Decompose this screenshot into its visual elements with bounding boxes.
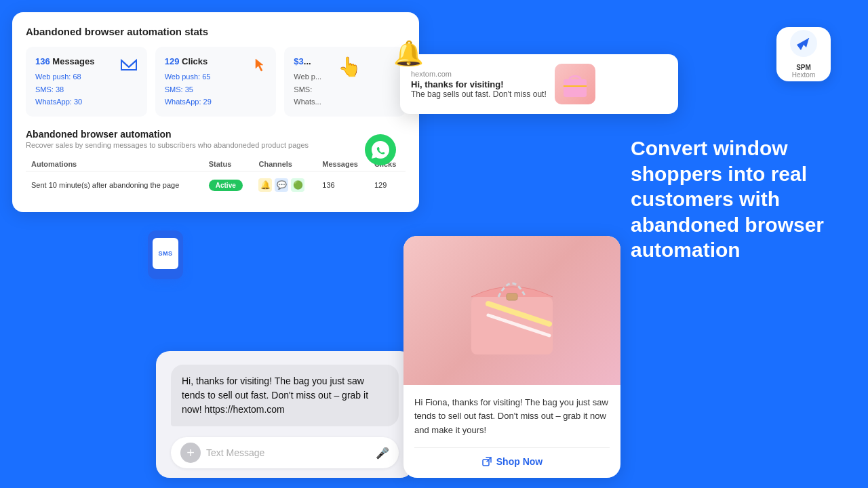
sms-chat-body: Hi, thanks for visiting! The bag you jus…: [156, 351, 414, 478]
col-channels: Channels: [253, 157, 317, 171]
svg-rect-3: [564, 79, 587, 97]
automation-section-title: Abandoned browser automation: [26, 129, 406, 140]
sms-mic-icon: 🎤: [376, 447, 389, 460]
sms-input[interactable]: Text Message: [206, 447, 370, 458]
headline-area: Convert window shoppers into real custom…: [631, 136, 841, 263]
automation-table: Automations Status Channels Messages Cli…: [26, 157, 406, 199]
spm-logo-plane-icon: [790, 30, 817, 62]
notification-message: The bag sells out fast. Don't miss out!: [411, 89, 547, 99]
dashboard-card: Abandoned browser automation stats 136 M…: [12, 12, 419, 212]
external-link-icon: [481, 456, 492, 467]
automation-status: Active: [203, 171, 254, 199]
messages-icon: [119, 55, 139, 79]
shop-now-label[interactable]: Shop Now: [496, 456, 542, 467]
status-badge: Active: [209, 180, 243, 191]
cursor-icon: 👆: [338, 56, 361, 78]
col-automations: Automations: [26, 157, 203, 171]
automation-section-desc: Recover sales by sending messages to sub…: [26, 141, 406, 149]
svg-rect-6: [471, 297, 553, 354]
automation-messages: 136: [317, 171, 369, 199]
sms-chat-card: Hi, thanks for visiting! The bag you jus…: [156, 351, 414, 478]
product-image: [403, 236, 620, 385]
stat-card-messages: 136 Messages Web push: 68 SMS: 38 WhatsA…: [26, 47, 147, 117]
notification-popup: hextom.com Hi, thanks for visiting! The …: [400, 54, 678, 114]
sms-phone-screen: SMS: [153, 238, 178, 269]
sms-phone: SMS: [148, 230, 183, 279]
shop-now-button[interactable]: Shop Now: [414, 447, 610, 467]
svg-line-2: [129, 60, 136, 67]
col-status: Status: [203, 157, 254, 171]
dashboard-title: Abandoned browser automation stats: [26, 26, 406, 37]
spm-logo-title: SPM: [796, 64, 811, 71]
sms-plus-button[interactable]: +: [180, 443, 201, 463]
table-row: Sent 10 minute(s) after abandoning the p…: [26, 171, 406, 199]
notification-title: Hi, thanks for visiting!: [411, 79, 547, 89]
product-message: Hi Fiona, thanks for visiting! The bag y…: [414, 396, 610, 438]
channel-icons: 🔔 💬 🟢: [258, 178, 311, 192]
notification-bag-image: [555, 64, 595, 104]
spm-logo: SPM Hextom: [776, 27, 831, 81]
svg-line-1: [121, 60, 129, 67]
col-messages: Messages: [317, 157, 369, 171]
automation-section: Abandoned browser automation Recover sal…: [26, 129, 406, 199]
automation-channels: 🔔 💬 🟢: [253, 171, 317, 199]
spm-logo-subtitle: Hextom: [792, 71, 815, 79]
notification-site: hextom.com: [411, 70, 547, 78]
sms-channel-icon: 💬: [275, 178, 288, 192]
notification-text: hextom.com Hi, thanks for visiting! The …: [411, 70, 547, 99]
bell-channel-icon: 🔔: [258, 178, 272, 192]
stat-card-clicks: 129 Clicks Web push: 65 SMS: 35 WhatsApp…: [155, 47, 277, 117]
bell-icon: 🔔: [393, 39, 424, 68]
sms-input-row: + Text Message 🎤: [171, 437, 399, 468]
whatsapp-icon: [365, 134, 396, 171]
product-card: Hi Fiona, thanks for visiting! The bag y…: [403, 236, 620, 478]
whatsapp-channel-icon: 🟢: [291, 178, 304, 192]
sms-chat-bubble: Hi, thanks for visiting! The bag you jus…: [171, 365, 399, 426]
headline-text: Convert window shoppers into real custom…: [631, 136, 841, 263]
automation-clicks: 129: [369, 171, 406, 199]
svg-rect-9: [507, 293, 517, 300]
product-body: Hi Fiona, thanks for visiting! The bag y…: [403, 385, 620, 478]
automation-name: Sent 10 minute(s) after abandoning the p…: [26, 171, 203, 199]
clicks-icon: [248, 55, 268, 79]
sms-phone-body: SMS: [148, 230, 183, 279]
